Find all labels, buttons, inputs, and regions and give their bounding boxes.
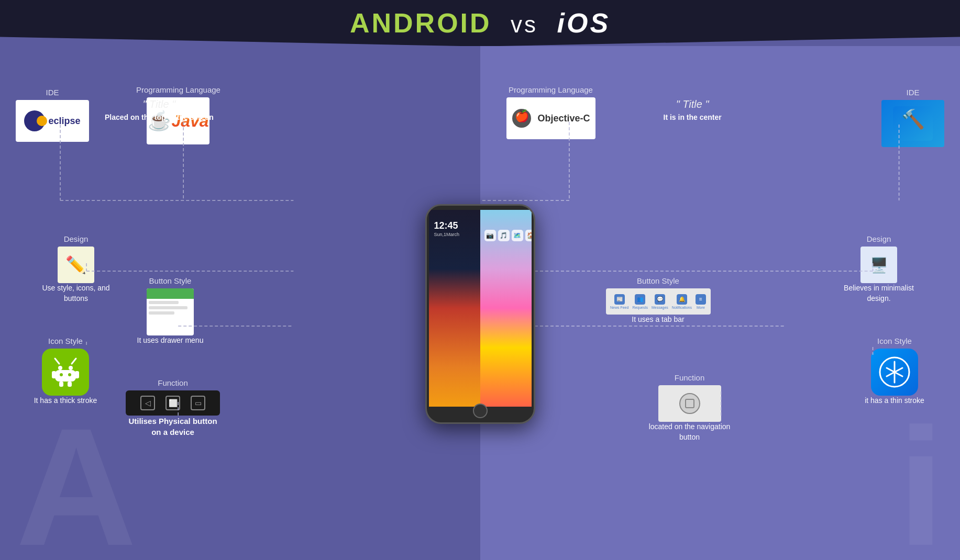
android-prog-lang-label: Programming Language — [136, 85, 220, 94]
android-button-style-desc: It uses drawer menu — [131, 335, 209, 346]
svg-rect-12 — [75, 371, 79, 378]
ios-home-inner — [685, 399, 694, 408]
android-title-section: " Title " Placed on the top of the scree… — [105, 98, 214, 122]
android-button-style-icon — [147, 288, 194, 335]
android-title: ANDROID — [350, 8, 492, 38]
android-design-label: Design — [64, 234, 89, 243]
ios-tab-news: 📰 News Feed — [610, 294, 628, 309]
android-button-style-section: Button Style It uses drawer menu — [131, 276, 209, 346]
ios-button-style-desc: It uses a tab bar — [611, 315, 705, 325]
android-design-section: Design ✏️ Use style, icons, and buttons — [42, 234, 110, 304]
notifications-tab-icon: 🔔 — [677, 294, 687, 305]
main-content: A IDE eclipse — [0, 46, 960, 560]
android-function-label: Function — [158, 378, 188, 387]
home-button-icon: ⬜ — [165, 396, 180, 410]
phone-home-button — [473, 404, 488, 418]
svg-rect-14 — [68, 382, 72, 387]
phone-body: 12:45 Sun,1March 📷 🎵 🗺️ 🏠 — [425, 204, 535, 424]
ios-tab-messages: 💬 Messages — [652, 294, 668, 309]
ios-tabbar: 📰 News Feed 👥 Requests 💬 Messages 🔔 Noti… — [606, 288, 711, 315]
phone-device: 12:45 Sun,1March 📷 🎵 🗺️ 🏠 — [425, 204, 535, 424]
watermark-ios: i — [898, 403, 944, 560]
android-screen: 12:45 Sun,1March — [429, 210, 480, 407]
ios-button-style-section: Button Style 📰 News Feed 👥 Requests 💬 Me… — [606, 276, 711, 325]
requests-tab-icon: 👥 — [635, 294, 645, 305]
ios-function-section: Function located on the navigation butto… — [648, 373, 732, 442]
phone-time: 12:45 — [434, 220, 458, 231]
svg-line-15 — [55, 359, 59, 364]
svg-rect-13 — [59, 382, 63, 387]
eclipse-icon — [24, 110, 45, 131]
android-function-section: Function ◁ ⬜ ▭ Utilises Physical button … — [126, 378, 220, 438]
banner: ANDROID vs iOS — [0, 0, 960, 46]
xcode-logo: 🔨 — [881, 100, 944, 147]
android-button-style-label: Button Style — [149, 276, 192, 285]
ios-icon-style-label: Icon Style — [877, 337, 912, 345]
ios-design-icon: 🖥️ — [860, 247, 897, 283]
android-icon-style-desc: It has a thick stroke — [31, 396, 100, 406]
back-button-icon: ◁ — [140, 396, 155, 410]
svg-point-8 — [58, 366, 62, 370]
ios-function-desc: located on the navigation button — [648, 422, 732, 442]
svg-rect-11 — [52, 371, 56, 378]
vs-text: vs — [511, 12, 538, 37]
ios-icon-style-desc: it has a thin stroke — [860, 396, 929, 406]
eclipse-text: eclipse — [48, 116, 80, 127]
ios-design-label: Design — [867, 234, 891, 243]
android-physical-buttons: ◁ ⬜ ▭ — [126, 390, 220, 416]
android-ide-label: IDE — [46, 88, 59, 97]
android-design-desc: Use style, icons, and buttons — [42, 283, 110, 304]
ios-button-style-label: Button Style — [637, 276, 679, 285]
svg-point-9 — [69, 366, 73, 370]
ios-app-icon: 📷 — [484, 230, 496, 241]
ios-ide-label: IDE — [906, 88, 919, 97]
ios-title-quote: " Title " — [676, 98, 709, 110]
svg-text:🍎: 🍎 — [515, 109, 529, 123]
svg-line-16 — [72, 359, 76, 364]
recent-button-icon: ▭ — [191, 396, 205, 410]
ios-home-btn — [679, 393, 700, 414]
ios-title: iOS — [557, 8, 611, 38]
ios-screen: 📷 🎵 🗺️ 🏠 — [480, 210, 532, 407]
android-side: A IDE eclipse — [0, 46, 480, 560]
svg-text:🔨: 🔨 — [901, 108, 925, 130]
ios-title-section: " Title " It is in the center — [664, 98, 722, 122]
android-icon-style-label: Icon Style — [48, 337, 83, 345]
ios-tab-more: ≡ More — [696, 294, 706, 309]
objc-text: Objective-C — [537, 113, 590, 124]
ios-tab-notifications: 🔔 Notifications — [672, 294, 692, 309]
android-design-icon: ✏️ — [58, 247, 94, 283]
ios-design-section: Design 🖥️ Believes in minimalist design. — [840, 234, 918, 304]
eclipse-inner — [37, 116, 47, 126]
android-title-quote: " Title " — [142, 98, 175, 110]
ios-app-icon: 🎵 — [498, 230, 510, 241]
ios-title-desc: It is in the center — [664, 113, 722, 122]
ios-icon-style-section: Icon Style it has a thin stroke — [860, 337, 929, 406]
phone-screen: 12:45 Sun,1March 📷 🎵 🗺️ 🏠 — [429, 210, 532, 407]
phone-screen-split: 12:45 Sun,1March 📷 🎵 🗺️ 🏠 — [429, 210, 532, 407]
phone-date: Sun,1March — [434, 232, 460, 237]
eclipse-logo: eclipse — [16, 100, 89, 142]
objc-logo: 🍎 Objective-C — [506, 97, 595, 139]
ios-app-icon: 🏠 — [525, 230, 532, 241]
ios-prog-lang-label: Programming Language — [509, 85, 593, 94]
android-icon-style-section: Icon Style It has a thick stro — [31, 337, 100, 406]
ios-ide-section: IDE 🔨 — [881, 88, 944, 147]
ios-tab-requests: 👥 Requests — [632, 294, 648, 309]
svg-rect-10 — [55, 370, 76, 382]
android-title-desc: Placed on the top of the screen — [105, 113, 214, 122]
ios-home-button-icon — [658, 385, 721, 422]
android-ide-section: IDE eclipse — [16, 88, 89, 142]
more-tab-icon: ≡ — [696, 294, 706, 305]
appstore-icon — [871, 349, 918, 396]
messages-tab-icon: 💬 — [655, 294, 665, 305]
ios-prog-lang-section: Programming Language 🍎 Objective-C — [506, 85, 595, 139]
svg-point-17 — [60, 373, 63, 376]
android-robot-icon — [42, 349, 89, 396]
ios-app-icon: 🗺️ — [512, 230, 523, 241]
svg-point-18 — [68, 373, 71, 376]
ios-function-label: Function — [675, 373, 705, 382]
ios-design-desc: Believes in minimalist design. — [840, 283, 918, 304]
news-tab-icon: 📰 — [614, 294, 625, 305]
watermark-android: A — [16, 403, 137, 560]
